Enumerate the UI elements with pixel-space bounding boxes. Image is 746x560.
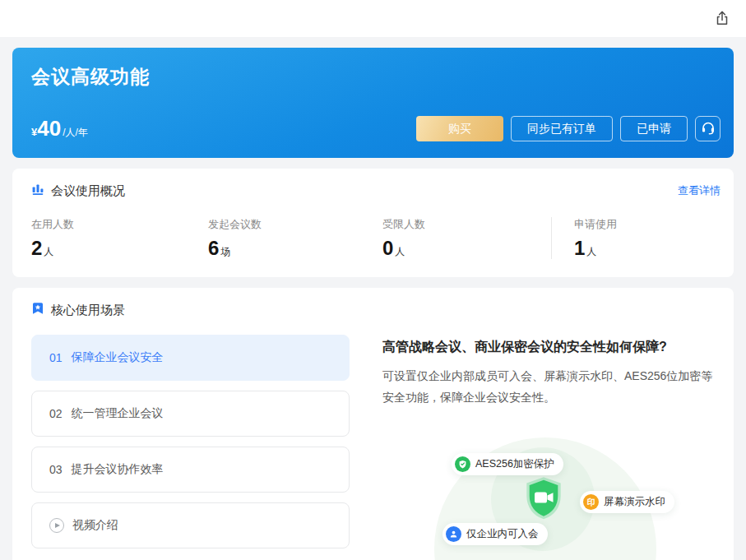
bookmark-star-icon [31,302,44,318]
view-details-link[interactable]: 查看详情 [678,183,721,198]
stat-value: 1人 [574,238,721,259]
scenarios-card-header: 核心使用场景 [31,302,721,318]
stat-apply-usage: 申请使用 1人 [551,217,721,259]
stats-row: 在用人数 2人 发起会议数 6场 受限人数 0人 申请使用 1人 [31,217,721,259]
scenario-number: 03 [49,463,63,476]
scenario-label: 保障企业会议安全 [72,350,164,365]
scenarios-card-title: 核心使用场景 [51,303,125,318]
badge-label: 仅企业内可入会 [466,527,539,541]
usage-overview-card: 会议使用概况 查看详情 在用人数 2人 发起会议数 6场 受限人数 0人 申请使… [12,169,734,277]
page-content: 会议高级功能 ¥ 40 /人/年 购买 同步已有订单 已申请 [0,37,746,560]
detail-heading: 高管战略会议、商业保密会议的安全性如何保障? [382,339,723,356]
stat-restricted-users: 受限人数 0人 [382,217,551,259]
share-button[interactable] [712,9,732,29]
video-intro-label: 视频介绍 [72,518,118,533]
promo-banner: 会议高级功能 ¥ 40 /人/年 购买 同步已有订单 已申请 [12,48,734,158]
badge-label: 屏幕演示水印 [604,495,665,509]
scenario-label: 统一管理企业会议 [72,406,164,421]
stat-label: 在用人数 [31,217,208,232]
price-value: 40 [37,118,61,139]
price: ¥ 40 /人/年 [31,118,88,140]
badge-internal-only: 仅企业内可入会 [443,523,548,545]
stat-label: 申请使用 [574,217,721,232]
stat-label: 发起会议数 [208,217,382,232]
share-icon [714,10,730,29]
shield-check-icon [455,456,470,472]
page-title: 会议高级功能 [31,64,721,90]
stat-label: 受限人数 [382,217,551,232]
play-icon [49,518,64,533]
stamp-icon: 印 [583,494,599,510]
stat-value: 2人 [31,238,208,259]
badge-watermark: 印 屏幕演示水印 [580,491,674,513]
usage-card-header: 会议使用概况 查看详情 [31,183,721,199]
headset-icon [701,120,716,137]
core-scenarios-card: 核心使用场景 01 保障企业会议安全 02 统一管理企业会议 03 提升会议协作… [12,288,734,560]
scenario-detail: 高管战略会议、商业保密会议的安全性如何保障? 可设置仅企业内部成员可入会、屏幕演… [382,335,723,558]
scenario-list: 01 保障企业会议安全 02 统一管理企业会议 03 提升会议协作效率 视频介绍 [31,335,350,558]
badge-label: AES256加密保护 [475,457,554,471]
stat-value: 6场 [208,238,382,259]
scenario-item-security[interactable]: 01 保障企业会议安全 [31,335,350,381]
usage-card-title: 会议使用概况 [51,183,125,199]
scenario-number: 01 [49,351,63,364]
scenario-item-efficiency[interactable]: 03 提升会议协作效率 [31,447,350,493]
stat-unit: 人 [395,246,405,257]
support-button[interactable] [695,116,721,141]
stat-unit: 场 [220,246,230,257]
stat-unit: 人 [44,246,53,257]
scenario-number: 02 [49,407,63,420]
badge-aes256: AES256加密保护 [452,453,563,475]
topbar [0,0,746,37]
banner-actions: 购买 同步已有订单 已申请 [416,116,721,141]
applied-button[interactable]: 已申请 [620,116,688,141]
price-currency: ¥ [31,126,37,138]
detail-description: 可设置仅企业内部成员可入会、屏幕演示水印、AES256位加密等安全功能，保障企业… [382,365,723,408]
stat-active-users: 在用人数 2人 [31,217,208,259]
video-intro-button[interactable]: 视频介绍 [31,502,350,548]
buy-button[interactable]: 购买 [416,116,503,141]
scenario-item-management[interactable]: 02 统一管理企业会议 [31,391,350,437]
shield-camera-icon [524,476,563,521]
sync-orders-button[interactable]: 同步已有订单 [511,116,613,141]
scenarios-body: 01 保障企业会议安全 02 统一管理企业会议 03 提升会议协作效率 视频介绍… [31,335,721,558]
price-unit: /人/年 [63,126,88,140]
stat-meetings-started: 发起会议数 6场 [208,217,382,259]
person-icon [446,526,461,542]
scenario-label: 提升会议协作效率 [72,462,164,477]
bar-chart-icon [31,183,44,199]
stat-unit: 人 [586,246,596,257]
stat-value: 0人 [382,238,551,259]
